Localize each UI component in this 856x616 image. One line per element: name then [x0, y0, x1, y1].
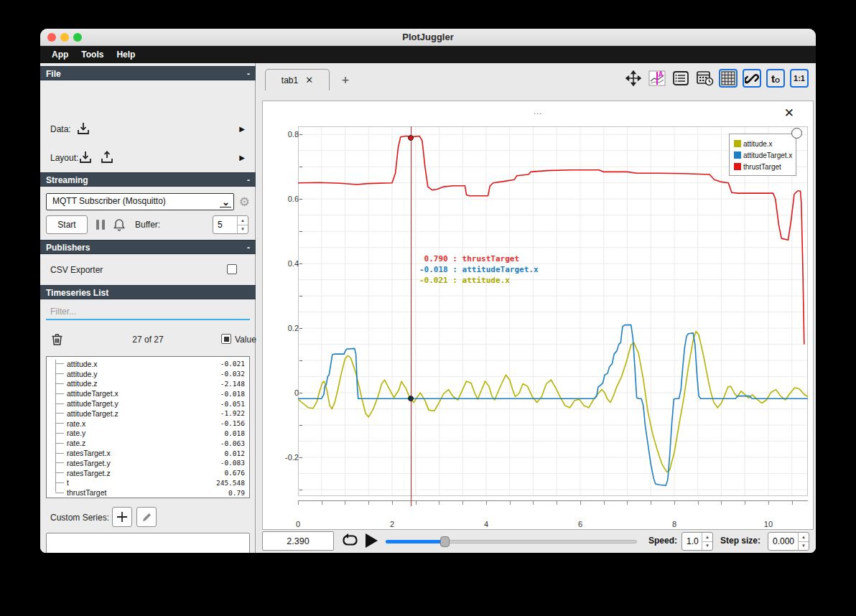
load-layout-icon[interactable]: [78, 149, 93, 165]
timeseries-row[interactable]: t245.548: [47, 478, 249, 488]
series-value: -0.032: [220, 370, 249, 378]
streaming-source-select[interactable]: MQTT Subscriber (Mosquitto) ⌄: [46, 193, 234, 210]
timeseries-row[interactable]: rate.x-0.156: [47, 419, 249, 429]
timeseries-row[interactable]: thrustTarget0.79: [47, 487, 249, 498]
list-view-icon[interactable]: [671, 69, 690, 88]
tracker-readout: 0.790 : thrustTarget-0.018 : attitudeTar…: [419, 253, 539, 286]
play-button[interactable]: [366, 533, 378, 548]
timeseries-row[interactable]: attitude.x-0.021: [47, 359, 249, 369]
legend-anchor-icon[interactable]: [791, 128, 802, 139]
plot-canvas[interactable]: [298, 126, 808, 496]
legend-color-swatch: [734, 140, 741, 147]
section-header-timeseries[interactable]: Timeseries List: [40, 285, 256, 299]
data-menu-arrow[interactable]: ▶: [239, 125, 245, 133]
x-tick-label: 2: [390, 520, 394, 528]
timeseries-row[interactable]: attitudeTarget.z-1.922: [47, 409, 249, 419]
spin-down-icon[interactable]: ▼: [799, 542, 809, 551]
series-name: rate.z: [67, 439, 85, 447]
menu-item-help[interactable]: Help: [111, 47, 141, 62]
y-tick-label: 0.4: [270, 259, 299, 268]
spin-up-icon[interactable]: ▲: [238, 216, 248, 225]
splitter-handle[interactable]: ...: [263, 107, 813, 116]
timeseries-row[interactable]: ratesTarget.y-0.083: [47, 458, 249, 468]
series-value: -0.063: [220, 439, 249, 447]
x-tick-label: 10: [764, 520, 773, 528]
values-checkbox[interactable]: [221, 334, 231, 344]
x-axis: 0246810: [298, 500, 808, 506]
timeseries-row[interactable]: ratesTarget.z0.676: [47, 468, 249, 478]
current-time-display[interactable]: 2.390: [262, 531, 334, 551]
timeseries-row[interactable]: rate.z-0.063: [47, 438, 249, 448]
tab-close-icon[interactable]: ✕: [305, 75, 313, 85]
x-tick-label: 8: [672, 520, 676, 528]
load-data-icon[interactable]: [75, 121, 91, 136]
add-tab-button[interactable]: +: [337, 72, 354, 89]
csv-exporter-label: CSV Exporter: [50, 265, 103, 275]
plot-close-icon[interactable]: ✕: [784, 107, 794, 119]
collapse-icon[interactable]: -: [247, 241, 250, 255]
timeseries-row[interactable]: attitudeTarget.x-0.018: [47, 388, 249, 398]
timeseries-row[interactable]: attitude.y-0.032: [47, 369, 249, 379]
legend-item[interactable]: attitude.x: [734, 138, 791, 149]
series-name: ratesTarget.z: [67, 469, 111, 477]
window-title: PlotJuggler: [40, 32, 816, 42]
menu-item-app[interactable]: App: [46, 47, 74, 62]
step-size-spinbox[interactable]: 0.000 ▲▼: [768, 532, 809, 551]
y-tick-label: 0.2: [270, 324, 299, 332]
bell-icon[interactable]: [112, 218, 126, 232]
legend-label: attitudeTarget.x: [743, 151, 792, 159]
legend[interactable]: attitude.xattitudeTarget.xthrustTarget: [729, 134, 796, 176]
pan-zoom-icon[interactable]: [624, 69, 643, 88]
time-slider[interactable]: [386, 536, 637, 546]
plot-widget[interactable]: ... ✕ 0.80.60.40.20-0.2 0246810 attitude…: [262, 101, 814, 530]
section-header-file[interactable]: File -: [40, 66, 256, 80]
gear-icon[interactable]: ⚙: [239, 195, 250, 210]
save-layout-icon[interactable]: [99, 149, 115, 165]
link-axes-icon[interactable]: [743, 69, 761, 88]
custom-series-list[interactable]: [46, 533, 250, 553]
buffer-spinbox[interactable]: 5 ▲▼: [213, 215, 248, 234]
buffer-label: Buffer:: [135, 220, 160, 230]
collapse-icon[interactable]: -: [247, 173, 250, 187]
custom-series-label: Custom Series:: [50, 513, 109, 523]
spin-down-icon[interactable]: ▼: [702, 542, 712, 551]
section-header-publishers[interactable]: Publishers -: [40, 240, 256, 254]
spin-up-icon[interactable]: ▲: [799, 533, 809, 542]
timeseries-row[interactable]: rate.y0.018: [47, 429, 249, 439]
spin-down-icon[interactable]: ▼: [238, 225, 248, 234]
filter-input[interactable]: [46, 304, 250, 320]
y-tick-label: 0.8: [270, 130, 299, 139]
pause-icon[interactable]: [96, 220, 105, 230]
layout-menu-arrow[interactable]: ▶: [239, 154, 245, 162]
step-size-label: Step size:: [720, 536, 760, 546]
speed-spinbox[interactable]: 1.0 ▲▼: [681, 532, 713, 551]
legend-item[interactable]: thrustTarget: [734, 161, 791, 172]
start-button[interactable]: Start: [46, 215, 88, 234]
timeseries-row[interactable]: ratesTarget.x0.012: [47, 448, 249, 458]
readout-line: 0.790 : thrustTarget: [419, 253, 539, 264]
edit-custom-series-button[interactable]: [136, 507, 157, 527]
menu-item-tools[interactable]: Tools: [75, 47, 109, 62]
section-header-streaming[interactable]: Streaming -: [40, 172, 256, 187]
series-value: -0.021: [220, 360, 249, 368]
spin-up-icon[interactable]: ▲: [702, 533, 712, 542]
legend-item[interactable]: attitudeTarget.x: [734, 149, 791, 161]
csv-exporter-checkbox[interactable]: [227, 264, 237, 274]
collapse-icon[interactable]: -: [247, 67, 250, 81]
grid-layout-icon[interactable]: [719, 69, 738, 88]
add-custom-series-button[interactable]: [112, 507, 132, 527]
slider-handle[interactable]: [440, 536, 450, 547]
timeseries-row[interactable]: attitudeTarget.y-0.051: [47, 398, 249, 409]
time-offset-icon[interactable]: tO: [766, 69, 785, 88]
ratio-icon[interactable]: 1:1: [790, 69, 809, 88]
series-value: 0.676: [224, 469, 249, 477]
transport-bar: 2.390 Speed: 1.0 ▲▼ Step size: 0.000 ▲▼: [256, 531, 816, 553]
datetime-icon[interactable]: [695, 69, 714, 88]
series-name: rate.x: [67, 419, 85, 428]
loop-icon[interactable]: [341, 533, 359, 549]
series-value: 0.012: [224, 449, 249, 457]
tab-tab1[interactable]: tab1 ✕: [265, 69, 330, 90]
font-size-plot-icon[interactable]: A: [648, 69, 666, 88]
series-value: -0.156: [220, 419, 249, 427]
timeseries-row[interactable]: attitude.z-2.148: [47, 379, 249, 389]
